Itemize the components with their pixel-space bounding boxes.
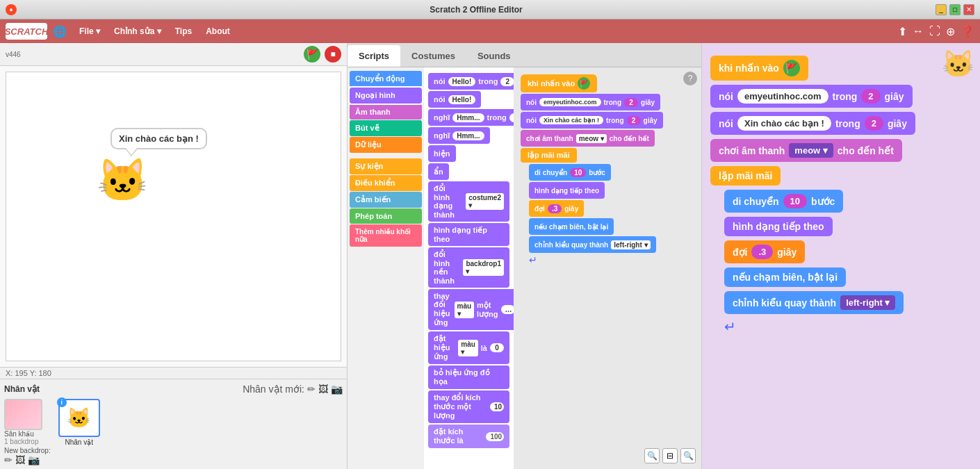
think-timed-block[interactable]: nghĩ Hmm... trong 2 giây <box>428 109 514 126</box>
tab-scripts[interactable]: Scripts <box>348 45 400 67</box>
set-effect-block[interactable]: đặt hiệu ứng màu ▾ là 0 <box>428 331 509 364</box>
say-2-num[interactable]: 2 <box>627 116 641 125</box>
big-move-block[interactable]: di chuyển 10 bước <box>724 190 843 213</box>
move-block[interactable]: di chuyển 10 bước <box>529 164 611 181</box>
stop-button[interactable]: ■ <box>325 46 341 63</box>
menu-about[interactable]: About <box>199 24 237 39</box>
help-icon[interactable]: ❓ <box>961 25 974 38</box>
maximize-button[interactable]: □ <box>949 4 961 15</box>
globe-icon[interactable]: 🌐 <box>53 25 67 38</box>
sprite-cat[interactable]: 🐱 <box>97 156 149 205</box>
effect-value[interactable]: 0 <box>490 343 504 352</box>
change-effect-block[interactable]: thay đổi hiệu ứng màu ▾ một lượng … <box>428 289 514 330</box>
think-input-1[interactable]: Hmm... <box>452 113 484 122</box>
sprite-camera-icon[interactable]: 📷 <box>331 384 343 395</box>
category-pen[interactable]: Bút vẽ <box>350 120 422 136</box>
forever-block[interactable]: lặp mãi mãi <box>521 148 577 163</box>
paint-backdrop-icon[interactable]: ✏ <box>4 454 13 466</box>
say-1-num[interactable]: 2 <box>624 98 638 107</box>
rotation-dropdown[interactable]: left-right ▾ <box>611 240 650 249</box>
big-rotation-dropdown[interactable]: left-right ▾ <box>840 295 895 310</box>
wait-seconds[interactable]: .3 <box>548 204 562 213</box>
tab-sounds[interactable]: Sounds <box>466 45 522 67</box>
category-looks[interactable]: Ngoại hình <box>350 88 422 104</box>
menu-chinh-sua[interactable]: Chỉnh sửa ▾ <box>107 24 168 39</box>
big-bounce-block[interactable]: nếu chạm biên, bật lại <box>724 268 846 287</box>
big-say-2-input[interactable]: Xin chào các bạn ! <box>737 116 831 131</box>
big-move-steps[interactable]: 10 <box>783 194 807 208</box>
big-wait-num[interactable]: .3 <box>751 245 773 259</box>
big-rotation-block[interactable]: chỉnh kiểu quay thành left-right ▾ <box>724 291 904 314</box>
say-1-input[interactable]: emyeutinhoc.com <box>539 98 601 106</box>
cat-thumbnail[interactable]: i 🐱 <box>58 399 100 437</box>
say-input-1[interactable]: Hello! <box>448 77 476 86</box>
costume-dropdown[interactable]: costume2 ▾ <box>466 193 504 210</box>
set-size-block[interactable]: đặt kích thước là 100 <box>428 425 509 448</box>
say-seconds-1[interactable]: 2 <box>500 77 514 86</box>
size-value[interactable]: 100 <box>486 432 504 441</box>
switch-costume-block[interactable]: đổi hình dạng thành costume2 ▾ <box>428 181 509 222</box>
category-more[interactable]: Thêm nhiều khối nữa <box>350 224 422 247</box>
say-timed-block[interactable]: nói Hello! trong 2 giây <box>428 73 514 90</box>
help-script-button[interactable]: ? <box>683 72 697 85</box>
say-block[interactable]: nói Hello! <box>428 91 481 108</box>
think-input-2[interactable]: Hmm... <box>452 131 484 140</box>
move-steps[interactable]: 10 <box>570 168 586 177</box>
fullscreen-icon[interactable]: ⛶ <box>929 25 940 38</box>
menu-tips[interactable]: Tips <box>168 24 199 39</box>
effect-amount[interactable]: … <box>501 305 514 314</box>
zoom-in-button[interactable]: 🔍 <box>680 448 696 463</box>
when-flag-block[interactable]: khi nhấn vào 🚩 <box>521 74 597 92</box>
big-when-flag[interactable]: khi nhấn vào 🚩 <box>710 56 808 81</box>
wait-block[interactable]: đợi .3 giây <box>529 200 584 217</box>
big-play-sound-block[interactable]: chơi âm thanh meow ▾ cho đến hết <box>710 139 902 162</box>
bounce-block[interactable]: nếu chạm biên, bật lại <box>529 218 614 235</box>
big-forever-block[interactable]: lặp mãi mãi <box>710 166 781 186</box>
category-control[interactable]: Điều khiển <box>350 175 422 191</box>
category-sound[interactable]: Âm thanh <box>350 104 422 120</box>
category-motion[interactable]: Chuyển động <box>350 71 422 87</box>
category-sensing[interactable]: Cảm biến <box>350 192 422 208</box>
backdrop-dropdown[interactable]: backdrop1 ▾ <box>463 259 504 276</box>
next-costume-block[interactable]: hình dạng tiếp theo <box>428 223 509 246</box>
hide-block[interactable]: ẩn <box>428 163 449 180</box>
next-costume-script[interactable]: hình dạng tiếp theo <box>529 182 605 199</box>
effect-dropdown-2[interactable]: màu ▾ <box>458 340 478 356</box>
upload-icon[interactable]: ⬆ <box>898 25 907 38</box>
minimize-button[interactable]: _ <box>936 4 947 15</box>
play-sound-block[interactable]: chơi âm thanh meow ▾ cho đến hết <box>521 130 655 147</box>
sound-dropdown[interactable]: meow ▾ <box>576 134 607 143</box>
size-amount[interactable]: 10 <box>490 402 504 411</box>
big-say-1-num[interactable]: 2 <box>861 89 880 104</box>
tab-costumes[interactable]: Costumes <box>400 45 466 67</box>
zoom-reset-button[interactable]: ⊟ <box>662 448 678 463</box>
close-button[interactable]: ✕ <box>963 4 974 15</box>
sprite-paint-icon[interactable]: ✏ <box>307 384 316 395</box>
say-2-block[interactable]: nói Xin chào các bạn ! trong 2 giây <box>521 112 663 129</box>
green-flag-button[interactable]: 🚩 <box>304 46 320 63</box>
show-block[interactable]: hiện <box>428 145 456 162</box>
category-data[interactable]: Dữ liệu <box>350 137 422 153</box>
switch-backdrop-block[interactable]: đổi hình nền thành backdrop1 ▾ <box>428 247 509 288</box>
upload-backdrop-icon[interactable]: 🖼 <box>15 454 25 466</box>
script-area[interactable]: ? khi nhấn vào 🚩 nói emyeutinhoc.com tro… <box>514 67 701 469</box>
change-size-block[interactable]: thay đổi kích thước một lượng 10 <box>428 390 509 423</box>
menu-file[interactable]: File ▾ <box>72 24 107 39</box>
category-operators[interactable]: Phép toán <box>350 208 422 224</box>
say-input-2[interactable]: Hello! <box>448 95 476 104</box>
say-1-block[interactable]: nói emyeutinhoc.com trong 2 giây <box>521 94 660 110</box>
category-events[interactable]: Sự kiện <box>350 158 422 174</box>
arrows-icon[interactable]: ↔ <box>913 25 924 38</box>
camera-backdrop-icon[interactable]: 📷 <box>28 454 40 466</box>
rotation-block[interactable]: chỉnh kiểu quay thành left-right ▾ <box>529 236 656 253</box>
effect-dropdown-1[interactable]: màu ▾ <box>455 302 475 318</box>
say-2-input[interactable]: Xin chào các bạn ! <box>539 116 603 124</box>
sprite-upload-icon[interactable]: 🖼 <box>318 384 328 395</box>
think-block[interactable]: nghĩ Hmm... <box>428 127 490 144</box>
sprite-item-cat[interactable]: i 🐱 Nhân vật <box>55 399 104 466</box>
big-say-2-num[interactable]: 2 <box>865 116 883 131</box>
big-say-2-block[interactable]: nói Xin chào các bạn ! trong 2 giây <box>710 112 915 135</box>
big-next-costume-block[interactable]: hình dạng tiếp theo <box>724 217 833 236</box>
big-wait-block[interactable]: đợi .3 giây <box>724 240 805 263</box>
clear-effects-block[interactable]: bỏ hiệu ứng đồ họa <box>428 365 509 389</box>
